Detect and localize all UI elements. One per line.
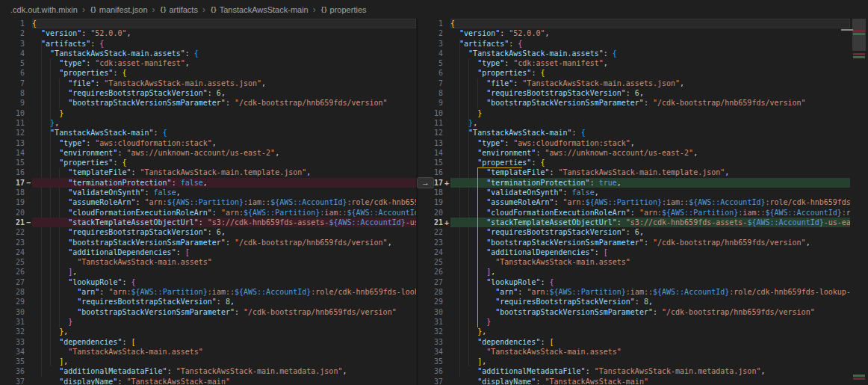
breadcrumb-item-symbol[interactable]: {} TanstackAwsStack-main xyxy=(210,5,309,14)
json-object-icon: {} xyxy=(90,6,96,13)
token xyxy=(32,228,68,236)
breadcrumb-item-label: artifacts xyxy=(169,5,198,14)
code-line: 9 "bootstrapStackVersionSsmParameter": "… xyxy=(0,98,416,108)
token: , xyxy=(760,367,765,375)
code-text: } xyxy=(450,108,850,118)
line-sign xyxy=(25,49,32,58)
code-line: 24 "additionalDependencies": [ xyxy=(0,247,416,257)
code-text: "assumeRoleArn": "arn:${AWS::Partition}:… xyxy=(450,197,850,207)
token: : xyxy=(540,278,549,286)
original-editor-pane[interactable]: 1{2 "version": "52.0.0",3 "artifacts": {… xyxy=(0,19,416,385)
token: { xyxy=(581,129,586,137)
code-text: { xyxy=(450,19,850,28)
line-number: 23 xyxy=(418,238,443,247)
line-sign xyxy=(25,227,32,237)
token: false xyxy=(572,188,595,197)
token: "TanstackAwsStack-main.metadata.json" xyxy=(176,367,343,375)
token: "type" xyxy=(59,59,86,67)
code-line: 19 "assumeRoleArn": "arn:${AWS::Partitio… xyxy=(0,197,416,207)
token: "/cdk-bootstrap/hnb659fds/version" xyxy=(235,238,388,247)
line-sign xyxy=(25,366,32,376)
code-line: 18 "validateOnSynth": false, xyxy=(418,188,850,197)
breadcrumb-item-symbol[interactable]: {} artifacts xyxy=(160,5,198,14)
removed-line-sign: − xyxy=(25,178,32,188)
token: : xyxy=(509,40,518,48)
token xyxy=(450,228,486,236)
token: "TanstackAwsStack-main.assets" xyxy=(468,49,604,58)
code-line: 3 "artifacts": { xyxy=(418,39,850,49)
token: "52.0.0" xyxy=(509,29,545,37)
line-number: 31 xyxy=(418,317,443,327)
code-line: 4 "TanstackAwsStack-main.assets": { xyxy=(418,49,850,58)
breadcrumb-item-label: manifest.json xyxy=(99,5,148,14)
code-line: 11 }, xyxy=(0,118,416,128)
token: true xyxy=(599,179,617,187)
token: , xyxy=(63,327,68,336)
token: , xyxy=(482,357,486,366)
token xyxy=(450,129,468,137)
code-text: "additionalDependencies": [ xyxy=(450,247,850,257)
code-line: 21− "stackTemplateAssetObjectUrl": "s3:/… xyxy=(0,218,416,227)
token: : xyxy=(563,188,572,197)
code-text: }, xyxy=(32,118,416,128)
token: } xyxy=(486,318,491,326)
modified-editor-pane[interactable]: 1{2 "version": "52.0.0",3 "artifacts": {… xyxy=(418,19,868,385)
token: ${AWS::Partition} xyxy=(167,198,244,206)
line-number: 1 xyxy=(0,19,25,28)
line-number: 7 xyxy=(0,78,25,88)
line-number: 37 xyxy=(418,377,443,385)
line-sign xyxy=(25,98,32,108)
line-sign xyxy=(25,118,32,128)
line-number: 8 xyxy=(0,88,25,98)
breadcrumb-item-file[interactable]: {} manifest.json xyxy=(90,5,148,14)
line-sign xyxy=(443,98,450,108)
token: "additionalDependencies" xyxy=(68,248,176,256)
code-line: 29 "requiresBootstrapStackVersion": 8, xyxy=(418,297,850,307)
code-text: }, xyxy=(450,118,850,128)
code-text: "additionalDependencies": [ xyxy=(32,247,416,257)
code-line: 5 "type": "cdk:asset-manifest", xyxy=(418,58,850,68)
ruler-cursor-mark xyxy=(841,29,853,31)
token xyxy=(450,158,477,167)
token: : xyxy=(554,198,562,206)
token: [ xyxy=(604,248,608,256)
token: "artifacts" xyxy=(459,40,509,48)
token xyxy=(32,49,50,58)
breadcrumb-item-symbol[interactable]: {} properties xyxy=(320,5,367,14)
line-sign xyxy=(443,277,450,287)
line-number: 2 xyxy=(418,28,443,38)
token xyxy=(32,158,59,167)
token: "arn: xyxy=(108,288,131,296)
token: : xyxy=(540,338,549,346)
line-number: 12 xyxy=(0,128,25,138)
line-number: 14 xyxy=(418,148,443,158)
token: ${AWS::Partition} xyxy=(549,288,625,296)
line-number: 19 xyxy=(0,197,25,207)
line-sign xyxy=(443,19,450,28)
token: { xyxy=(540,158,545,167)
token: "TanstackAwsStack-main" xyxy=(126,378,229,385)
line-number: 28 xyxy=(0,287,25,297)
line-sign xyxy=(443,88,450,98)
token: :iam:: xyxy=(626,288,653,296)
token: : xyxy=(212,209,221,217)
token: ${AWS::AccountId} xyxy=(329,218,405,227)
token: "aws:cloudformation:stack" xyxy=(95,139,212,147)
line-sign xyxy=(25,197,32,207)
token: { xyxy=(518,40,522,48)
code-text: "dependencies": [ xyxy=(32,337,416,347)
line-sign xyxy=(25,337,32,347)
line-sign xyxy=(443,28,450,38)
revert-diff-arrow-icon[interactable]: → xyxy=(417,177,434,188)
line-sign xyxy=(443,167,450,177)
token: , xyxy=(482,327,486,336)
code-line: 37 "displayName": "TanstackAwsStack-main… xyxy=(0,377,416,385)
breadcrumb-item-folder[interactable]: .cdk.out.with.mixin xyxy=(10,5,78,14)
line-number: 25 xyxy=(418,257,443,267)
token: : xyxy=(518,288,527,296)
code-text: "type": "aws:cloudformation:stack", xyxy=(450,138,850,148)
token: , xyxy=(185,59,190,67)
token: , xyxy=(595,188,599,197)
token: : xyxy=(595,248,604,256)
code-text: "artifacts": { xyxy=(32,39,416,49)
